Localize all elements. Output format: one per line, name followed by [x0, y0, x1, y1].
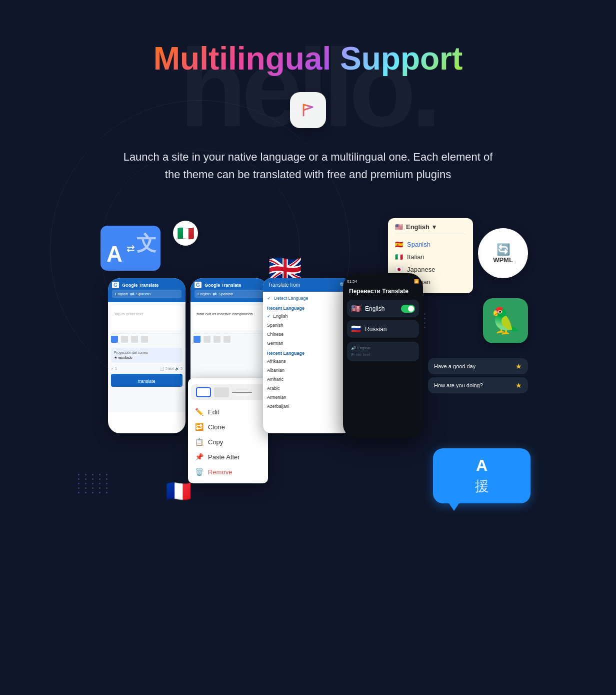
phone2-title: Google Translate: [204, 283, 241, 288]
phone-input-area[interactable]: 🔊 English Enter text: [347, 342, 419, 361]
context-item-edit-label: Edit: [208, 408, 219, 416]
chat-message-1: Have a good day: [434, 363, 476, 369]
tp-lang-albanian[interactable]: Albanian: [263, 366, 350, 375]
chat-bubble-2: How are you doing? ★: [428, 377, 528, 393]
phone-time: 01:54: [347, 279, 357, 284]
remove-icon: 🗑️: [195, 468, 203, 476]
edit-icon: ✏️: [195, 408, 203, 416]
tp-lang-azerbaijani[interactable]: Azerbaijani: [263, 402, 350, 411]
phone1-lang-from: English: [115, 292, 128, 296]
detect-language-option[interactable]: Detect Language: [274, 296, 308, 301]
wpml-text: WPML: [493, 256, 513, 264]
tp-lang-armenian[interactable]: Armenian: [263, 393, 350, 402]
phone-input-label: 🔊 English: [351, 346, 415, 350]
dots-decoration-left: [78, 474, 110, 493]
translation-result-bubble: A 援: [433, 448, 530, 503]
chat-bubble-1: Have a good day ★: [428, 358, 528, 374]
context-item-remove[interactable]: 🗑️ Remove: [188, 464, 268, 479]
phone2-lang-to: Spanish: [218, 292, 233, 296]
phone-lang-english: English: [365, 305, 384, 312]
flag-ru: 🇷🇺: [351, 324, 361, 334]
context-item-clone-label: Clone: [208, 423, 225, 431]
clone-icon: 🔁: [195, 423, 203, 431]
page-title: Multilingual Support: [154, 40, 463, 77]
phone-lang-row-russian[interactable]: 🇷🇺 Russian: [347, 320, 419, 338]
dark-phone-mockup: 01:54 📶 Перевести Translate 🇺🇸 English 🇷…: [343, 273, 423, 438]
context-item-paste-label: Paste After: [208, 453, 240, 461]
tp-lang-amharic[interactable]: Amharic: [263, 375, 350, 384]
context-item-edit[interactable]: ✏️ Edit: [188, 404, 268, 419]
tp-lang-spanish[interactable]: Spanish: [263, 321, 350, 330]
phone2-lang-from: English: [198, 292, 210, 296]
context-item-paste[interactable]: 📌 Paste After: [188, 449, 268, 464]
tp-lang-german[interactable]: German: [263, 339, 350, 348]
context-item-clone[interactable]: 🔁 Clone: [188, 419, 268, 434]
lang-name-spanish: Spanish: [407, 241, 430, 248]
phone-status-bar: 01:54 📶: [347, 279, 419, 284]
ctx-btn-2[interactable]: [214, 387, 229, 397]
chat-message-2: How are you doing?: [434, 382, 483, 388]
france-flag-bubble: 🇫🇷: [166, 479, 192, 503]
star-icon: ★: [516, 362, 522, 370]
translate-panel-header: Translate from 🔍: [263, 278, 350, 292]
phone-mockup-1: G Google Translate English ⇄ Spanish Tap…: [108, 278, 186, 433]
lang-name-japanese: Japanese: [407, 266, 435, 273]
recent-lang-title2: Recent Language: [263, 348, 350, 357]
phone-lang-row-english[interactable]: 🇺🇸 English: [347, 300, 419, 317]
translation-letter-a: A: [476, 456, 488, 475]
title-part2: Support: [340, 41, 462, 77]
chat-bubbles-area: Have a good day ★ How are you doing? ★: [428, 358, 528, 396]
phone1-placeholder: Tap to enter text: [114, 312, 142, 316]
phone-input-placeholder: Enter text: [351, 352, 415, 357]
copy-icon: 📋: [195, 438, 203, 446]
recent-lang-title: Recent Language: [263, 303, 350, 312]
lang-item-italian[interactable]: 🇮🇹 Italian: [395, 251, 466, 263]
star-icon-2: ★: [516, 381, 522, 389]
phone-translate-title: Перевести Translate: [347, 288, 419, 295]
lang-item-spanish[interactable]: 🇪🇸 Spanish: [395, 238, 466, 251]
lang-dropdown-header: 🇺🇸 English ▾: [395, 223, 466, 234]
google-translate-icon: 文 A ⇄: [98, 223, 163, 273]
chevron-down-icon: ▾: [432, 223, 436, 231]
phone-signal-icon: 📶: [414, 279, 419, 284]
translate-panel-title: Translate from: [268, 282, 300, 288]
phone1-title: Google Translate: [122, 283, 158, 288]
tp-lang-chinese[interactable]: Chinese: [263, 330, 350, 339]
flag-icon-container: [290, 92, 326, 128]
illustration-area: 文 A ⇄ 🇮🇹 🇬🇧 🇪🇸 🔄 WPML 🦜 🇺🇸 English: [58, 213, 558, 523]
flag-us: 🇺🇸: [351, 304, 361, 313]
translate-zh-letter: 文: [136, 230, 156, 257]
paste-icon: 📌: [195, 453, 203, 461]
subtitle-text: Launch a site in your native language or…: [118, 148, 498, 183]
italy-flag-bubble: 🇮🇹: [173, 221, 198, 246]
context-item-remove-label: Remove: [208, 468, 232, 476]
translate-arrow-icon: ⇄: [126, 242, 135, 254]
parrot-app-icon: 🦜: [483, 298, 528, 343]
lang-dropdown-selected: English: [406, 223, 430, 231]
lang-name-italian: Italian: [407, 253, 424, 261]
phone1-lang-to: Spanish: [136, 292, 150, 296]
context-item-copy-label: Copy: [208, 438, 223, 446]
title-part1: Multilingual: [154, 41, 332, 77]
context-item-copy[interactable]: 📋 Copy: [188, 434, 268, 449]
phone2-text: start out as inactive compounds.: [196, 312, 254, 316]
tp-lang-english[interactable]: English: [263, 312, 350, 321]
translate-panel: Translate from 🔍 ✓ Detect Language Recen…: [263, 278, 350, 433]
bubble-tail: [448, 502, 460, 511]
lang-toggle[interactable]: [401, 305, 415, 313]
wpml-logo: 🔄 WPML: [478, 228, 528, 278]
context-menu-header: [191, 384, 265, 400]
translation-kanji: 援: [475, 477, 489, 496]
context-menu[interactable]: ✏️ Edit 🔁 Clone 📋 Copy 📌 Paste After 🗑️ …: [188, 378, 268, 483]
ctx-btn-1[interactable]: [196, 387, 211, 397]
flag-icon: [299, 101, 317, 119]
tp-lang-arabic[interactable]: Arabic: [263, 384, 350, 393]
phone-lang-russian: Russian: [365, 326, 386, 333]
translate-a-letter: A: [106, 242, 122, 267]
tp-lang-afrikaans[interactable]: Afrikaans: [263, 357, 350, 366]
